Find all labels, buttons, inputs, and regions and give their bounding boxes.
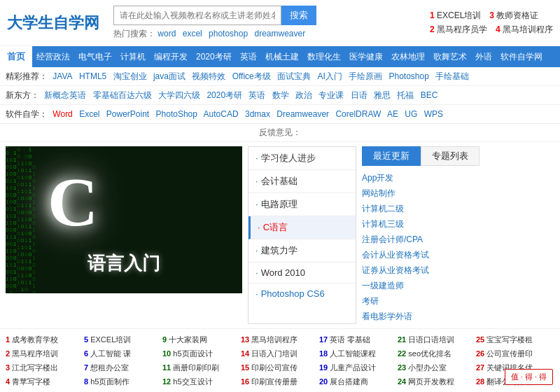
sub-nav-1: 精彩推荐： JAVA HTML5 淘宝创业 java面试 视频特效 Office…	[0, 67, 560, 86]
nav-nongling[interactable]: 农林地理	[387, 46, 429, 67]
nav-jisuanji[interactable]: 计算机	[116, 46, 150, 67]
sub-link-office[interactable]: Office考级	[232, 71, 271, 81]
right-item-5[interactable]: 注册会计师/CPA	[362, 232, 554, 247]
sub-link-java[interactable]: JAVA	[52, 71, 72, 81]
sub-link-excel2[interactable]: Excel	[79, 109, 99, 119]
bl-5: 5 EXCEL培训	[84, 333, 162, 346]
sub-link-shuxue[interactable]: 数学	[272, 90, 289, 100]
sub-link-word[interactable]: Word	[52, 109, 72, 119]
hot-label: 热门搜索：	[113, 29, 155, 38]
middle-list-item-6[interactable]: ·Word 2010	[248, 262, 356, 284]
right-panel: 最近更新 专题列表 App开发 网站制作 计算机二级 计算机三级 注册会计师/C…	[362, 146, 554, 324]
sub-link-ppt[interactable]: PowerPoint	[106, 109, 149, 119]
hot-link-word[interactable]: word	[158, 29, 176, 38]
sub-link-html5[interactable]: HTML5	[79, 71, 106, 81]
right-item-3[interactable]: 计算机二级	[362, 201, 554, 216]
middle-list-item-5[interactable]: ·建筑力学	[248, 239, 356, 262]
sub-link-xgnyy[interactable]: 新概念英语	[44, 90, 86, 100]
bl-20: 20 展台搭建商	[319, 375, 398, 388]
sub-nav-2-label: 新东方：	[6, 90, 39, 100]
sub-link-javamianshi[interactable]: java面试	[153, 71, 186, 81]
sub-link-bec[interactable]: BEC	[421, 90, 438, 100]
right-link-3[interactable]: 教师资格证	[496, 10, 538, 20]
sub-link-ae[interactable]: AE	[387, 109, 398, 119]
nav-yixue[interactable]: 医学健康	[345, 46, 387, 67]
bl-7: 7 想租办公室	[84, 361, 162, 374]
sub-link-autocad[interactable]: AutoCAD	[204, 109, 239, 119]
sub-link-zhengzhi[interactable]: 政治	[295, 90, 312, 100]
nav-dianqi[interactable]: 电气电子	[74, 46, 116, 67]
sub-link-vfx[interactable]: 视频特效	[192, 71, 225, 81]
nav-jingying[interactable]: 经营政法	[32, 46, 74, 67]
sub-link-taobao[interactable]: 淘宝创业	[113, 71, 147, 81]
sub-link-wps[interactable]: WPS	[424, 109, 443, 119]
right-item-2[interactable]: 网站制作	[362, 186, 554, 201]
hot-link-photoshop[interactable]: photoshop	[209, 29, 248, 38]
right-item-4[interactable]: 计算机三级	[362, 216, 554, 232]
nav-kaoyuan[interactable]: 2020考研	[192, 46, 236, 67]
sub-link-tuofu[interactable]: 托福	[397, 90, 414, 100]
sub-link-zero[interactable]: 零基础百达六级	[93, 90, 152, 100]
right-item-1[interactable]: App开发	[362, 170, 554, 186]
sub-link-huihua[interactable]: 手绘原画	[349, 71, 382, 81]
banner: 101010101011010101010 010101010101010101…	[6, 146, 242, 293]
bl-19: 19 儿童产品设计	[319, 361, 398, 374]
middle-list-item-7[interactable]: ·Photoshop CS6	[248, 284, 356, 304]
right-link-4[interactable]: 黑马培训程序	[503, 24, 553, 34]
right-links: 1 EXCEL培训 3 教师资格证 2 黑马程序员学 4 黑马培训程序	[430, 10, 553, 36]
nav-jixie[interactable]: 机械土建	[261, 46, 303, 67]
search-button[interactable]: 搜索	[281, 6, 316, 25]
bl-24: 24 网页开发教程	[398, 375, 476, 388]
middle-list-item-3[interactable]: ·电路原理	[248, 193, 356, 216]
right-item-10[interactable]: 看电影学外语	[362, 309, 554, 324]
tab-topics[interactable]: 专题列表	[421, 146, 479, 166]
sub-link-riyu[interactable]: 日语	[351, 90, 368, 100]
right-item-6[interactable]: 会计从业资格考试	[362, 247, 554, 262]
nav-home[interactable]: 首页	[0, 46, 32, 67]
bl-15: 15 印刷公司宣传	[241, 361, 319, 374]
middle-list-item-4[interactable]: ·C语言	[248, 216, 356, 239]
right-item-9[interactable]: 考研	[362, 293, 554, 309]
sub-link-yasi[interactable]: 雅思	[374, 90, 391, 100]
nav-gewu[interactable]: 歌舞艺术	[429, 46, 471, 67]
hot-link-excel[interactable]: excel	[183, 29, 202, 38]
nav-shuli[interactable]: 数理化生	[303, 46, 345, 67]
nav-biancheng[interactable]: 编程开发	[150, 46, 192, 67]
sub-link-ug[interactable]: UG	[405, 109, 417, 119]
sub-link-3dmax[interactable]: 3dmax	[245, 109, 270, 119]
sub-link-huijichujiao[interactable]: 手绘基础	[435, 71, 469, 81]
right-list: App开发 网站制作 计算机二级 计算机三级 注册会计师/CPA 会计从业资格考…	[362, 170, 554, 324]
sub-nav-1-label: 精彩推荐：	[6, 71, 48, 81]
middle-list-item-1[interactable]: ·学习使人进步	[248, 147, 356, 170]
right-item-8[interactable]: 一级建造师	[362, 278, 554, 293]
sub-link-photoshop[interactable]: Photoshop	[389, 71, 429, 81]
middle-list-item-2[interactable]: ·会计基础	[248, 170, 356, 193]
nav-english[interactable]: 英语	[236, 46, 261, 67]
hot-link-dreamweaver[interactable]: dreamweaver	[254, 29, 305, 38]
sub-link-zhuanye[interactable]: 专业课	[318, 90, 344, 100]
sub-link-ps[interactable]: PhotoShop	[156, 109, 197, 119]
sub-link-siji[interactable]: 大学四六级	[158, 90, 200, 100]
sub-link-mianshi[interactable]: 面试宝典	[277, 71, 311, 81]
sub-link-english2[interactable]: 英语	[248, 90, 265, 100]
right-link-1[interactable]: EXCEL培训	[437, 10, 481, 20]
tab-recent[interactable]: 最近更新	[362, 146, 421, 166]
feedback-bar: 反馈意见：	[0, 124, 560, 142]
nav-waiyu[interactable]: 外语	[471, 46, 496, 67]
right-item-7[interactable]: 证券从业资格考试	[362, 262, 554, 278]
logo: 大学生自学网	[7, 13, 99, 34]
search-input[interactable]	[113, 6, 281, 25]
middle-list: ·学习使人进步 ·会计基础 ·电路原理 ·C语言 ·建筑力学 ·Word 201…	[248, 146, 356, 324]
sub-link-2020ky[interactable]: 2020考研	[206, 90, 242, 100]
nav-ruanjian[interactable]: 软件自学网	[496, 46, 547, 67]
main-content: 101010101011010101010 010101010101010101…	[0, 142, 560, 328]
watermark: 值 · 得 · 得	[505, 369, 553, 385]
bl-25: 25 宝宝写字楼租	[476, 333, 554, 346]
sub-link-ai[interactable]: AI入门	[317, 71, 342, 81]
right-link-2[interactable]: 黑马程序员学	[437, 24, 487, 34]
bl-18: 18 人工智能课程	[319, 347, 398, 360]
bl-3: 3 江北写字楼出	[6, 361, 84, 374]
sub-link-dw[interactable]: Dreamweaver	[276, 109, 329, 119]
sub-link-cdr[interactable]: CorelDRAW	[335, 109, 381, 119]
bl-10: 10 h5页面设计	[162, 347, 241, 360]
